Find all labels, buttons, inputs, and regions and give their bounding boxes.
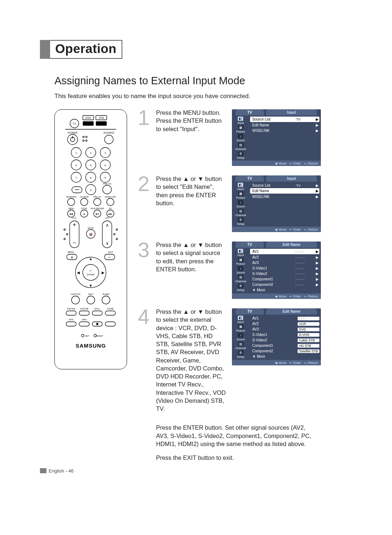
osd-side-icon: ⚙ (238, 151, 244, 156)
svg-text:STOP: STOP (81, 207, 87, 210)
osd-main: Source List:TV▶Edit Name▶WISELINK▶ (249, 182, 321, 227)
svg-point-46 (68, 198, 75, 206)
svg-text:POWER: POWER (68, 131, 77, 134)
osd-side-icon: ♪ (238, 134, 243, 138)
svg-rect-105 (79, 311, 89, 315)
step-text-extra: Press the ENTER button. Set other signal… (156, 423, 316, 448)
footer-accent (40, 468, 46, 473)
svg-text:🔇: 🔇 (89, 233, 93, 236)
osd-side-icon: ▦ (238, 258, 244, 262)
osd-side-setup: ⚙ Setup (237, 218, 245, 226)
osd-side-label: Setup (237, 156, 245, 159)
osd-side-channel: ▤ Channel (235, 209, 246, 217)
svg-point-81 (114, 234, 115, 235)
svg-text:▶ǁ: ▶ǁ (96, 213, 99, 215)
osd-footer: ◆ Move↩ Enter▭ Return (232, 161, 321, 166)
osd-side-icon: ▦ (238, 324, 244, 329)
svg-point-117 (82, 335, 84, 337)
osd-side-picture: ▦ Picture (236, 324, 245, 332)
osd-body: ◧ Input ▦ Picture ♪ Sound ▤ Channel ⚙ Se… (232, 248, 321, 293)
svg-rect-107 (92, 311, 102, 315)
step-number: 3 (136, 242, 151, 258)
osd-side-label: Sound (236, 205, 245, 208)
osd-side-icon: ◧ (238, 117, 243, 121)
svg-point-76 (64, 229, 65, 230)
osd-row: AV1: - - - -▶ (250, 249, 319, 254)
osd-side-channel: ▤ Channel (235, 342, 246, 350)
svg-text:1: 1 (75, 152, 77, 154)
svg-text:8: 8 (90, 177, 91, 179)
svg-text:0: 0 (90, 189, 91, 191)
osd-side-input: ◧ Input (237, 117, 244, 125)
svg-text:CABLE: CABLE (84, 122, 93, 125)
osd-row: S-Video1: - - - -▶ (250, 266, 319, 271)
svg-text:PLAY/PAUSE: PLAY/PAUSE (91, 207, 104, 210)
osd-side-sound: ♪ Sound (236, 134, 245, 142)
osd-row: Component2: - - - -▶ (250, 282, 319, 287)
svg-text:MTS: MTS (69, 319, 74, 321)
osd-side-label: Sound (236, 271, 245, 274)
osd-row: S-Video2Cable STB (250, 337, 319, 343)
osd-screen: TV Input ◧ Input ▦ Picture ♪ Sound ▤ Cha… (232, 109, 321, 166)
step-text-extra: Press the EXIT button to exit. (156, 454, 316, 462)
osd-side-label: Channel (235, 346, 246, 350)
svg-rect-113 (79, 322, 89, 326)
osd-screen: TV Input ◧ Input ▦ Picture ♪ Sound ▤ Cha… (232, 175, 321, 232)
step-text: Press the MENU button.Press the ENTER bu… (156, 109, 227, 139)
svg-text:INFO: INFO (88, 293, 94, 295)
osd-side-icon: ▤ (238, 275, 244, 279)
svg-text:+: + (73, 222, 76, 228)
svg-text:4: 4 (75, 164, 77, 167)
osd-side-label: Sound (236, 139, 245, 142)
manual-page: Operation Assigning Names to External In… (0, 0, 392, 499)
svg-text:∧: ∧ (106, 223, 109, 228)
svg-point-77 (64, 238, 65, 240)
osd-side-icon: ⚙ (238, 284, 244, 288)
svg-text:REW: REW (69, 207, 74, 210)
svg-text:7: 7 (75, 177, 77, 179)
osd-side-label: Setup (237, 222, 245, 226)
osd-side-sound: ♪ Sound (236, 200, 245, 208)
osd-side-picture: ▦ Picture (236, 258, 245, 266)
svg-text:ENTER: ENTER (87, 273, 95, 276)
svg-text:SET: SET (85, 335, 89, 337)
svg-text:MUTE: MUTE (88, 227, 94, 229)
osd-side-icon: ⚙ (238, 218, 244, 222)
step-number: 2 (136, 175, 151, 192)
svg-point-97 (72, 296, 79, 304)
osd-row: Edit Name▶ (250, 122, 319, 128)
osd-body: ◧ Input ▦ Picture ♪ Sound ▤ Channel ⚙ Se… (232, 315, 321, 360)
osd-tab-right: Input (266, 175, 317, 182)
step-text: Press the ▲ or ▼ button to select "Edit … (156, 175, 227, 213)
osd-side-picture: ▦ Picture (236, 191, 245, 199)
osd-side-icon: ◧ (238, 249, 243, 253)
svg-point-17 (83, 136, 84, 138)
osd-side-icon: ◧ (238, 316, 243, 320)
osd-side-label: Input (237, 121, 244, 125)
osd-row: AV2VCR (250, 321, 319, 327)
section-title-box: Operation (50, 40, 122, 59)
osd-row: AV3DVD (250, 327, 319, 332)
osd-side-label: Channel (235, 214, 246, 217)
osd-side-label: Picture (236, 262, 245, 266)
osd-side-icon: ◧ (238, 183, 243, 187)
step-text: Press the ▲ or ▼ button to select the ex… (156, 308, 227, 418)
svg-text:↵: ↵ (109, 256, 111, 259)
osd-side-setup: ⚙ Setup (237, 151, 245, 159)
svg-point-18 (86, 136, 87, 138)
osd-row: WISELINK▶ (250, 194, 319, 199)
osd-row: Component1HD STB (250, 343, 319, 348)
svg-text:DVD: DVD (86, 117, 91, 119)
svg-point-99 (87, 296, 95, 304)
svg-text:SOURCE: SOURCE (103, 131, 114, 134)
osd-side-icon: ⚙ (238, 350, 244, 355)
osd-sidebar: ◧ Input ▦ Picture ♪ Sound ▤ Channel ⚙ Se… (232, 248, 249, 293)
steps-column: 1 Press the MENU button.Press the ENTER … (136, 109, 352, 477)
main-columns: .rline{fill:none;stroke:#000;stroke-widt… (40, 109, 352, 477)
svg-text:P.MODE: P.MODE (67, 308, 75, 310)
osd-side-input: ◧ Input (237, 316, 244, 324)
osd-header: TV Input (232, 109, 321, 115)
osd-row: WISELINK▶ (250, 128, 319, 133)
osd-main: AV1: - - - -▶AV2: - - - -▶AV3: - - - -▶S… (249, 248, 321, 293)
osd-row: S-Video2: - - - -▶ (250, 271, 319, 276)
